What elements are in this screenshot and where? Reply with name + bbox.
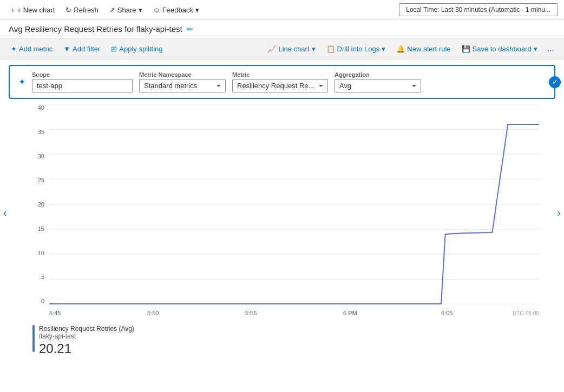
more-label: ...	[547, 44, 554, 53]
line-chart-label: Line chart	[278, 45, 309, 53]
line-chart-icon: 📈	[267, 45, 276, 53]
legend-area: Resiliency Request Retries (Avg) flaky-a…	[0, 321, 564, 361]
x-axis: 5:45 5:50 5:55 6 PM 6:05 UTC-05:00	[49, 305, 539, 321]
refresh-label: Refresh	[74, 6, 99, 14]
namespace-select[interactable]: Standard metrics	[139, 79, 226, 92]
chart-title: Avg Resiliency Request Retries for flaky…	[9, 24, 182, 34]
aggregation-select[interactable]: Avg Sum Min Max Count	[335, 79, 421, 92]
chart-svg	[49, 104, 539, 304]
legend-value: 20.21	[39, 341, 134, 356]
action-right-group: 📈 Line chart ▾ 📋 Drill into Logs ▾ 🔔 New…	[263, 42, 558, 56]
save-to-dashboard-label: Save to dashboard	[473, 45, 532, 53]
y-label-40: 40	[25, 104, 47, 111]
y-label-10: 10	[25, 250, 47, 256]
metric-group: Metric Resiliency Request Re...	[232, 71, 328, 92]
share-button[interactable]: ↗ Share ▾	[105, 4, 147, 16]
share-chevron-icon: ▾	[139, 6, 142, 14]
logs-chevron: ▾	[382, 45, 385, 53]
add-metric-button[interactable]: ✦ Add metric	[6, 43, 57, 55]
aggregation-label: Aggregation	[335, 71, 421, 78]
apply-splitting-button[interactable]: ⊞ Apply splitting	[107, 43, 167, 55]
add-metric-label: Add metric	[19, 45, 53, 53]
x-label-550: 5:50	[147, 310, 159, 316]
time-selector-label: Local Time: Last 30 minutes (Automatic -…	[406, 6, 550, 14]
chart-nav-right[interactable]: ›	[557, 207, 561, 219]
x-timezone-label: UTC-05:00	[513, 310, 539, 316]
add-filter-label: Add filter	[73, 45, 100, 53]
x-label-6pm: 6 PM	[343, 310, 357, 316]
chart-area: 0 5 10 15 20 25 30 35 40	[25, 104, 539, 321]
drill-into-logs-button[interactable]: 📋 Drill into Logs ▾	[322, 43, 390, 55]
time-selector-button[interactable]: Local Time: Last 30 minutes (Automatic -…	[399, 3, 558, 16]
more-options-button[interactable]: ...	[544, 42, 558, 56]
alert-icon: 🔔	[396, 45, 405, 53]
y-axis: 0 5 10 15 20 25 30 35 40	[25, 104, 47, 304]
x-label-545: 5:45	[49, 310, 61, 316]
share-label: Share	[117, 6, 136, 14]
new-chart-button[interactable]: + + New chart	[6, 4, 59, 16]
y-label-15: 15	[25, 225, 47, 232]
metric-label: Metric	[232, 71, 328, 78]
legend-text: Resiliency Request Retries (Avg) flaky-a…	[39, 325, 134, 356]
feedback-button[interactable]: ☺ Feedback ▾	[149, 4, 204, 16]
new-alert-rule-button[interactable]: 🔔 New alert rule	[392, 43, 455, 55]
edit-icon[interactable]: ✏	[187, 25, 193, 34]
apply-splitting-label: Apply splitting	[119, 45, 162, 53]
action-toolbar: ✦ Add metric ▼ Add filter ⊞ Apply splitt…	[0, 38, 564, 59]
logs-icon: 📋	[326, 45, 335, 53]
metric-config-row: ✦ Scope Metric Namespace Standard metric…	[9, 65, 555, 99]
new-alert-rule-label: New alert rule	[407, 45, 450, 53]
line-chart-chevron: ▾	[312, 45, 316, 53]
y-label-25: 25	[25, 177, 47, 183]
add-filter-button[interactable]: ▼ Add filter	[59, 43, 104, 55]
feedback-icon: ☺	[153, 6, 160, 14]
x-label-605: 6:05	[441, 310, 452, 316]
metric-select[interactable]: Resiliency Request Re...	[232, 79, 328, 92]
legend-color-bar	[32, 325, 35, 352]
chart-nav-left[interactable]: ‹	[3, 207, 7, 219]
add-metric-icon: ✦	[11, 45, 17, 53]
scope-icon: ✦	[18, 77, 25, 87]
scope-label: Scope	[32, 71, 133, 78]
filter-icon: ▼	[63, 45, 70, 53]
namespace-label: Metric Namespace	[139, 71, 226, 78]
refresh-icon: ↻	[65, 6, 71, 14]
y-label-0: 0	[25, 298, 47, 304]
x-label-555: 5:55	[245, 310, 257, 316]
config-confirm-icon[interactable]: ✓	[549, 76, 561, 88]
namespace-group: Metric Namespace Standard metrics	[139, 71, 226, 92]
plus-icon: +	[11, 6, 15, 14]
y-label-35: 35	[25, 129, 47, 135]
chart-title-bar: Avg Resiliency Request Retries for flaky…	[0, 20, 564, 38]
split-icon: ⊞	[111, 45, 117, 53]
save-to-dashboard-button[interactable]: 💾 Save to dashboard ▾	[457, 43, 542, 55]
chart-container: ‹ › 0 5 10 15 20 25 30 35 40	[16, 104, 548, 321]
refresh-button[interactable]: ↻ Refresh	[61, 4, 103, 16]
scope-group: Scope	[32, 71, 133, 92]
feedback-chevron-icon: ▾	[195, 6, 199, 14]
scope-input[interactable]	[32, 79, 133, 92]
line-chart-button[interactable]: 📈 Line chart ▾	[263, 43, 319, 55]
drill-into-logs-label: Drill into Logs	[337, 45, 380, 53]
y-label-5: 5	[25, 274, 47, 280]
aggregation-group: Aggregation Avg Sum Min Max Count	[335, 71, 421, 92]
feedback-label: Feedback	[162, 6, 193, 14]
top-toolbar: + + New chart ↻ Refresh ↗ Share ▾ ☺ Feed…	[0, 0, 564, 20]
legend-title: Resiliency Request Retries (Avg)	[39, 325, 134, 333]
share-icon: ↗	[109, 6, 115, 14]
y-label-30: 30	[25, 153, 47, 160]
new-chart-label: + New chart	[17, 6, 55, 14]
save-chevron: ▾	[534, 45, 537, 53]
save-icon: 💾	[462, 45, 470, 53]
legend-subtitle: flaky-api-test	[39, 333, 134, 340]
chart-line	[49, 124, 539, 304]
y-label-20: 20	[25, 201, 47, 208]
